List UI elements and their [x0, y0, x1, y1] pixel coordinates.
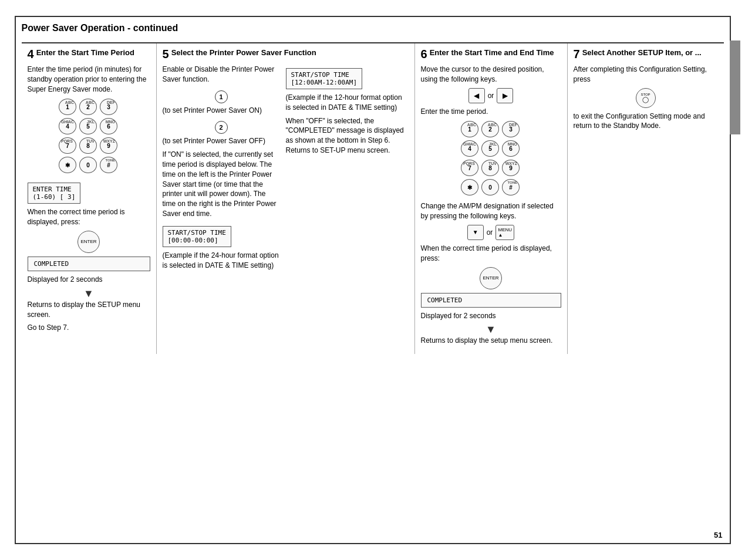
step4-body4: Returns to display the SETUP menu screen…: [28, 300, 150, 320]
step4-enter-btn: ENTER: [77, 231, 100, 253]
key-9: 9WXYZ: [100, 137, 117, 154]
key-0: 0: [79, 157, 97, 173]
step6-title: Enter the Start Time and End Time: [430, 48, 554, 58]
step7-header: 7 Select Another SETUP Item, or ...: [574, 48, 718, 60]
step4-header: 4 Enter the Start Time Period: [28, 48, 150, 60]
step4-title: Enter the Start Time Period: [36, 48, 134, 58]
step4-body5: Go to Step 7.: [28, 323, 150, 333]
step4-arrow: ▼: [28, 288, 150, 299]
step4-enter-label: ENTER: [80, 239, 96, 245]
step6-nav-lr: ◀ or ▶: [421, 88, 561, 103]
step5-title: Select the Printer Power Saver Function: [171, 48, 316, 58]
step5-column: 5 Select the Printer Power Saver Functio…: [157, 43, 415, 354]
step5-right-body1: (Example if the 12-hour format option is…: [286, 93, 409, 113]
step5-right-body2: When "OFF" is selected, the "COMPLETED" …: [286, 116, 409, 156]
s6-key-6: 6MNO: [502, 140, 520, 157]
step6-keypad: 1ABC 2ABC 3DEF 4GHIAC 5JKL 6MNO 7PQRS 8T…: [461, 121, 521, 197]
s6-key-1: 1ABC: [461, 121, 478, 137]
step5-circle1: 1: [215, 90, 228, 103]
key-hash: #TONE: [100, 157, 117, 173]
step7-column: 7 Select Another SETUP Item, or ... Afte…: [568, 43, 724, 354]
step5-lcd-24hr-line2: [00:00-00:00]: [168, 237, 226, 244]
step6-column: 6 Enter the Start Time and End Time Move…: [415, 43, 568, 354]
step5-circle2-wrap: 2: [163, 119, 280, 136]
s6-key-2: 2ABC: [481, 121, 499, 137]
key-2: 2ABC: [79, 99, 97, 115]
s6-key-3: 3DEF: [502, 121, 520, 137]
step5-label2: (to set Printer Power Saver OFF): [163, 136, 280, 146]
key-1: 1ABC: [59, 99, 76, 115]
step6-completed-label: COMPLETED: [427, 296, 463, 304]
step5-lcd-12hr-line2: [12:00AM-12:00AM]: [291, 79, 358, 86]
s6-key-9: 9WXYZ: [502, 160, 520, 176]
step4-completed-label: COMPLETED: [34, 260, 69, 268]
step7-title: Select Another SETUP Item, or ...: [582, 48, 702, 58]
page-title: Power Saver Operation - continued: [22, 23, 724, 36]
step4-body2: When the correct time period is displaye…: [28, 207, 150, 227]
step6-nav-menu: MENU▲: [495, 225, 514, 240]
key-8: 8TUV: [79, 137, 97, 154]
step5-lcd-12hr: START/STOP TIME [12:00AM-12:00AM]: [286, 68, 363, 89]
step4-body3: Displayed for 2 seconds: [28, 275, 150, 285]
step5-circle1-wrap: 1: [163, 88, 280, 106]
main-page: Power Saver Operation - continued 4 Ente…: [15, 16, 731, 544]
step6-enter-label: ENTER: [483, 275, 498, 281]
key-3: 3DEF: [100, 99, 117, 115]
s6-key-8: 8TUV: [481, 160, 499, 176]
step4-body1: Enter the time period (in minutes) for s…: [28, 65, 150, 94]
step6-number: 6: [421, 48, 427, 60]
step4-lcd-line1: ENTER TIME: [33, 185, 76, 193]
s6-key-4: 4GHIAC: [461, 140, 478, 157]
step5-inner: Enable or Disable the Printer Power Save…: [163, 65, 409, 274]
step5-left: Enable or Disable the Printer Power Save…: [163, 65, 280, 274]
step6-body6: Returns to display the setup menu screen…: [421, 336, 561, 346]
key-6: 6MNO: [100, 118, 117, 134]
step4-keypad: 1ABC 2ABC 3DEF 4GHIAC 5JKL 6MNO 7PQRS 8T…: [59, 99, 119, 174]
step6-body4: When the correct time period is displaye…: [421, 244, 561, 264]
step6-body1: Move the cursor to the desired position,…: [421, 65, 561, 85]
step5-24hr-note: (Example if the 24-hour format option is…: [163, 251, 280, 271]
step7-body1: After completing this Configuration Sett…: [574, 65, 718, 85]
step4-completed-box: COMPLETED: [28, 257, 150, 271]
step6-nav-down: ▼: [467, 225, 484, 240]
columns-container: 4 Enter the Start Time Period Enter the …: [22, 42, 724, 354]
step6-nav-dm: ▼ or MENU▲: [421, 225, 561, 240]
key-5: 5JKL: [79, 118, 97, 134]
step6-nav-right: ▶: [497, 88, 513, 103]
step4-number: 4: [28, 48, 34, 60]
step7-number: 7: [574, 48, 580, 60]
s6-key-star: ✱: [461, 179, 478, 195]
step6-or1: or: [488, 92, 494, 100]
step4-column: 4 Enter the Start Time Period Enter the …: [22, 43, 157, 354]
s6-key-hash: #TONE: [502, 179, 520, 195]
step5-label1: (to set Printer Power Saver ON): [163, 106, 280, 116]
step6-arrow: ▼: [421, 324, 561, 335]
step5-body1: Enable or Disable the Printer Power Save…: [163, 65, 280, 85]
step6-nav-left: ◀: [468, 88, 485, 103]
step7-stop-btn: STOP ◯: [636, 88, 656, 108]
step5-header: 5 Select the Printer Power Saver Functio…: [163, 48, 409, 60]
step6-enter-btn: ENTER: [480, 267, 502, 289]
right-tab: [730, 41, 740, 134]
key-star: ✱: [59, 157, 76, 173]
step5-number: 5: [163, 48, 169, 60]
step6-completed-box: COMPLETED: [421, 293, 561, 308]
key-4: 4GHIAC: [59, 118, 76, 134]
step5-lcd-12hr-line1: START/STOP TIME: [291, 71, 358, 79]
step5-body2: If "ON" is selected, the currently set t…: [163, 150, 280, 219]
page-number: 51: [714, 531, 722, 539]
step6-or2: or: [487, 228, 493, 237]
step5-right: START/STOP TIME [12:00AM-12:00AM] (Examp…: [286, 65, 409, 274]
step5-lcd-24hr: START/STOP TIME [00:00-00:00]: [163, 226, 231, 247]
key-7: 7PQRS: [59, 137, 76, 154]
step5-lcd-24hr-line1: START/STOP TIME: [168, 229, 226, 237]
s6-key-5: 5JKL: [481, 140, 499, 157]
step6-body2: Enter the time period.: [421, 107, 561, 117]
step4-lcd: ENTER TIME (1-60) [ 3]: [28, 183, 81, 204]
s6-key-7: 7PQRS: [461, 160, 478, 176]
step7-body2: to exit the Configuration Setting mode a…: [574, 112, 718, 131]
step6-body5: Displayed for 2 seconds: [421, 311, 561, 321]
step6-body3: Change the AM/PM designation if selected…: [421, 201, 561, 221]
s6-key-0: 0: [481, 179, 499, 195]
step4-lcd-line2: (1-60) [ 3]: [33, 193, 76, 201]
